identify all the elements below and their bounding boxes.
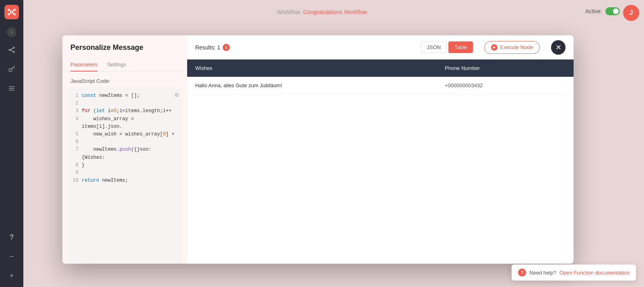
help-icon: ? [518, 269, 526, 277]
code-line-7: 7 newItems.push({json: {Wishes: [72, 146, 177, 161]
close-button[interactable]: ✕ [551, 40, 566, 55]
sidebar-expand-arrow[interactable]: › [7, 27, 17, 37]
svg-line-7 [10, 12, 11, 14]
help-label: Need help? [529, 270, 556, 276]
svg-line-16 [14, 68, 14, 68]
active-label: Active: [585, 8, 602, 14]
code-line-8: 8 } [72, 162, 177, 169]
svg-line-13 [10, 50, 13, 52]
modal-right-panel: Results: 1 i JSON Table ▶ Execute Node ✕… [187, 35, 574, 264]
svg-point-9 [9, 49, 10, 51]
code-line-5: 5 new_wish = wishes_array[0] + [72, 131, 177, 138]
avatar[interactable]: J [623, 5, 639, 21]
workflow-header: Workflow: Congratulations Workflow [0, 0, 644, 24]
code-line-6: 6 [72, 138, 177, 146]
sidebar-icon-list[interactable] [5, 82, 18, 95]
info-badge: i [223, 44, 230, 51]
svg-point-2 [14, 9, 16, 11]
json-view-button[interactable]: JSON [421, 41, 447, 53]
table-header: Wishes Phone Number [187, 59, 574, 77]
results-table: Wishes Phone Number Hallo Anna, alles Gu… [187, 59, 574, 264]
tab-settings[interactable]: Settings [107, 58, 126, 72]
workflow-name[interactable]: Congratulations Workflow [303, 9, 367, 15]
results-label: Results: 1 i [195, 44, 230, 51]
code-line-10: 10 return newItems; [72, 177, 177, 184]
column-header-wishes: Wishes [195, 65, 445, 71]
code-line-3: 3 for (let i=0;i<items.length;i++ [72, 107, 177, 115]
svg-point-11 [13, 51, 14, 53]
svg-point-14 [9, 69, 12, 72]
svg-point-3 [8, 14, 10, 15]
table-row: Hallo Anna, alles Gute zum Jubiläum! +00… [187, 77, 574, 94]
code-line-4: 4 wishes_array = items[i].json. [72, 115, 177, 131]
view-toggle: JSON Table [421, 41, 473, 53]
modal-tabs: Parameters Settings [62, 58, 187, 72]
svg-point-1 [8, 9, 10, 11]
code-line-1: 1 const newItems = []; [72, 92, 177, 100]
svg-line-6 [12, 10, 14, 12]
cell-wishes: Hallo Anna, alles Gute zum Jubiläum! [195, 82, 445, 88]
svg-point-4 [14, 14, 16, 15]
tab-parameters[interactable]: Parameters [70, 58, 97, 72]
svg-line-5 [10, 10, 11, 12]
code-editor[interactable]: ⚙ 1 const newItems = []; 2 3 for (let i=… [67, 87, 182, 264]
modal-title: Personalize Message [62, 35, 187, 52]
js-code-label: JavaScript Code: [62, 72, 187, 87]
sidebar: › ? − + [0, 0, 23, 287]
modal-left-panel: Personalize Message Parameters Settings … [62, 35, 187, 264]
logo[interactable] [4, 5, 19, 19]
active-toggle-area: Active: [585, 7, 620, 15]
results-header: Results: 1 i JSON Table ▶ Execute Node ✕ [187, 35, 574, 59]
sidebar-icon-question[interactable]: ? [5, 231, 18, 244]
execute-node-label: Execute Node [500, 44, 533, 50]
workflow-label: Workflow: [277, 9, 301, 15]
svg-point-10 [13, 47, 14, 48]
svg-line-12 [10, 48, 13, 50]
sidebar-icon-zoom-in[interactable]: + [5, 269, 18, 282]
results-text: Results: 1 [195, 44, 220, 51]
execute-node-button[interactable]: ▶ Execute Node [484, 41, 540, 54]
code-line-2: 2 [72, 100, 177, 107]
sidebar-icon-zoom-out[interactable]: − [5, 250, 18, 263]
cell-phone: +000000003432 [445, 82, 566, 88]
personalize-message-modal: Personalize Message Parameters Settings … [62, 35, 574, 264]
sidebar-icon-nodes[interactable] [5, 43, 18, 56]
table-view-button[interactable]: Table [448, 41, 473, 53]
sidebar-icon-key[interactable] [5, 63, 18, 76]
column-header-phone: Phone Number [445, 65, 566, 71]
gear-icon[interactable]: ⚙ [175, 90, 179, 101]
code-line-9: 9 [72, 169, 177, 177]
play-icon: ▶ [491, 44, 497, 51]
active-toggle-switch[interactable] [605, 7, 620, 15]
help-bar: ? Need help? Open Function documentation [512, 264, 636, 281]
help-link[interactable]: Open Function documentation [559, 270, 630, 276]
svg-line-8 [12, 12, 14, 14]
